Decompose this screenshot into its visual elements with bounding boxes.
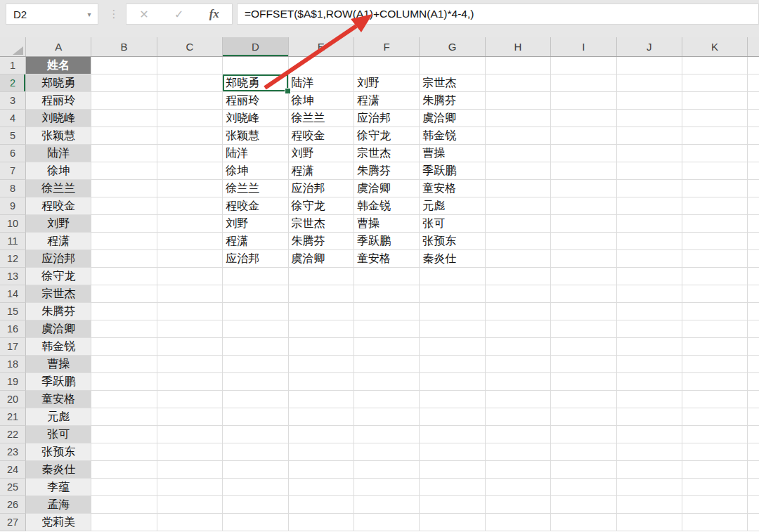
cell-K7[interactable] <box>682 162 748 180</box>
row-header-12[interactable]: 12 <box>0 250 26 268</box>
cell-C22[interactable] <box>157 426 223 443</box>
cell-G14[interactable] <box>420 285 485 303</box>
cell-A25[interactable]: 李蕴 <box>26 479 91 496</box>
cell-C3[interactable] <box>157 92 223 110</box>
cell-D16[interactable] <box>223 320 288 338</box>
cell-B9[interactable] <box>91 197 157 215</box>
cell-J27[interactable] <box>617 514 682 531</box>
cell-E18[interactable] <box>289 356 354 373</box>
cell-E14[interactable] <box>289 285 354 303</box>
cell-E7[interactable]: 程潇 <box>289 162 354 180</box>
cell-C4[interactable] <box>157 110 223 127</box>
cell-H27[interactable] <box>486 514 551 531</box>
cell-F22[interactable] <box>354 426 420 443</box>
cell-J17[interactable] <box>617 338 682 356</box>
cell-H22[interactable] <box>486 426 551 443</box>
column-header-D[interactable]: D <box>223 37 288 56</box>
cell-G24[interactable] <box>420 461 485 479</box>
cell-G2[interactable]: 宗世杰 <box>420 74 485 92</box>
cell-I23[interactable] <box>551 443 616 461</box>
cell-G9[interactable]: 元彪 <box>420 197 485 215</box>
cell-B26[interactable] <box>91 496 157 514</box>
cell-F13[interactable] <box>354 268 420 285</box>
cell-F11[interactable]: 季跃鹏 <box>354 233 420 250</box>
cell-F3[interactable]: 程潇 <box>354 92 420 110</box>
cell-F7[interactable]: 朱腾芬 <box>354 162 420 180</box>
cell-H14[interactable] <box>486 285 551 303</box>
column-header-G[interactable]: G <box>420 37 485 56</box>
cell-I24[interactable] <box>551 461 616 479</box>
cell-C2[interactable] <box>157 74 223 92</box>
cell-J18[interactable] <box>617 356 682 373</box>
cell-B15[interactable] <box>91 303 157 320</box>
cell-D5[interactable]: 张颖慧 <box>223 127 288 145</box>
cancel-icon[interactable]: ✕ <box>139 8 148 21</box>
cell-C15[interactable] <box>157 303 223 320</box>
row-header-22[interactable]: 22 <box>0 426 26 443</box>
cell-A22[interactable]: 张可 <box>26 426 91 443</box>
cell-I14[interactable] <box>551 285 616 303</box>
cell-J26[interactable] <box>617 496 682 514</box>
cell-E24[interactable] <box>289 461 354 479</box>
cell-E16[interactable] <box>289 320 354 338</box>
cell-F16[interactable] <box>354 320 420 338</box>
cell-I5[interactable] <box>551 127 616 145</box>
cell-I18[interactable] <box>551 356 616 373</box>
cell-K22[interactable] <box>682 426 748 443</box>
insert-function-icon[interactable]: fx <box>209 7 219 21</box>
cell-D19[interactable] <box>223 373 288 391</box>
cell-D21[interactable] <box>223 408 288 426</box>
cell-F20[interactable] <box>354 391 420 408</box>
cell-K17[interactable] <box>682 338 748 356</box>
cell-K4[interactable] <box>682 110 748 127</box>
cell-K27[interactable] <box>682 514 748 531</box>
cell-F23[interactable] <box>354 443 420 461</box>
cell-F4[interactable]: 应治邦 <box>354 110 420 127</box>
name-box[interactable]: D2 ▾ <box>6 4 98 25</box>
cell-G7[interactable]: 季跃鹏 <box>420 162 485 180</box>
cell-A12[interactable]: 应治邦 <box>26 250 91 268</box>
cell-F15[interactable] <box>354 303 420 320</box>
cell-K5[interactable] <box>682 127 748 145</box>
cell-H5[interactable] <box>486 127 551 145</box>
cell-K11[interactable] <box>682 233 748 250</box>
cell-A20[interactable]: 童安格 <box>26 391 91 408</box>
cell-G26[interactable] <box>420 496 485 514</box>
cell-I1[interactable] <box>551 57 616 74</box>
cell-B6[interactable] <box>91 145 157 162</box>
row-header-8[interactable]: 8 <box>0 180 26 197</box>
cell-G11[interactable]: 张预东 <box>420 233 485 250</box>
cell-J9[interactable] <box>617 197 682 215</box>
cell-D6[interactable]: 陆洋 <box>223 145 288 162</box>
cell-I25[interactable] <box>551 479 616 496</box>
cell-C21[interactable] <box>157 408 223 426</box>
cell-H2[interactable] <box>486 74 551 92</box>
cell-H20[interactable] <box>486 391 551 408</box>
cell-B24[interactable] <box>91 461 157 479</box>
cell-F25[interactable] <box>354 479 420 496</box>
row-header-10[interactable]: 10 <box>0 215 26 233</box>
cell-A3[interactable]: 程丽玲 <box>26 92 91 110</box>
cell-B10[interactable] <box>91 215 157 233</box>
column-header-K[interactable]: K <box>682 37 748 56</box>
cell-E1[interactable] <box>289 57 354 74</box>
cell-D20[interactable] <box>223 391 288 408</box>
cell-B1[interactable] <box>91 57 157 74</box>
cell-I8[interactable] <box>551 180 616 197</box>
cell-F24[interactable] <box>354 461 420 479</box>
cell-J5[interactable] <box>617 127 682 145</box>
cell-F2[interactable]: 刘野 <box>354 74 420 92</box>
cell-I13[interactable] <box>551 268 616 285</box>
cell-J16[interactable] <box>617 320 682 338</box>
cell-C6[interactable] <box>157 145 223 162</box>
cell-J1[interactable] <box>617 57 682 74</box>
cell-C19[interactable] <box>157 373 223 391</box>
cell-A17[interactable]: 韩金锐 <box>26 338 91 356</box>
cell-G23[interactable] <box>420 443 485 461</box>
cell-C27[interactable] <box>157 514 223 531</box>
cell-F14[interactable] <box>354 285 420 303</box>
row-header-16[interactable]: 16 <box>0 320 26 338</box>
cell-J13[interactable] <box>617 268 682 285</box>
enter-icon[interactable]: ✓ <box>174 8 183 21</box>
cell-G25[interactable] <box>420 479 485 496</box>
